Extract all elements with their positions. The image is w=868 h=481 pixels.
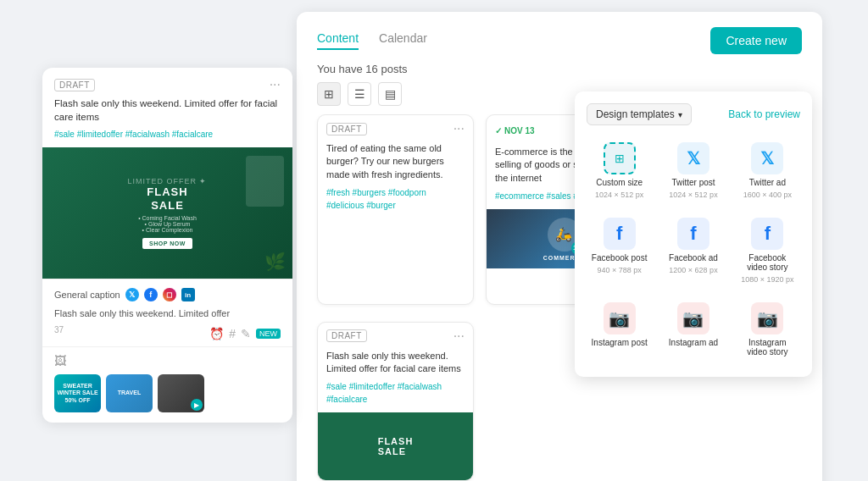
template-name: Instagram ad — [669, 338, 718, 347]
template-name: Instagram post — [592, 338, 648, 347]
template-size: 940 × 788 px — [598, 266, 642, 274]
post-draft-badge: DRAFT — [326, 123, 367, 135]
draft-badge: DRAFT — [54, 79, 95, 91]
more-options-icon[interactable]: ··· — [270, 78, 281, 91]
thumbnail-travel[interactable]: TRAVEL — [106, 374, 153, 412]
leaf-decoration: 🌿 — [264, 252, 286, 272]
post-burger-hashtags: #fresh #burgers #foodporn #delicious #bu… — [318, 186, 473, 218]
template-name: Twitter post — [671, 178, 715, 187]
scheduled-date: NOV 13 — [504, 126, 535, 135]
create-new-button[interactable]: Create new — [710, 27, 802, 54]
image-icon: 🖼 — [54, 354, 66, 368]
facebook-ad-icon: f — [677, 218, 709, 250]
thumbnail-label: TRAVEL — [106, 374, 153, 412]
template-name: Facebook post — [592, 253, 648, 263]
tab-calendar[interactable]: Calendar — [379, 31, 427, 50]
facebook-social-icon: f — [144, 288, 158, 301]
post-card-burger: DRAFT ··· Tired of eating the same old b… — [317, 114, 474, 305]
template-size: 1080 × 1920 px — [741, 275, 793, 284]
template-instagram-post[interactable]: 📷 Instagram post — [587, 297, 652, 365]
template-instagram-ad[interactable]: 📷 Instagram ad — [660, 297, 726, 365]
new-badge: NEW — [256, 329, 281, 339]
post-flash-image-2: FLASHSALE — [318, 412, 473, 480]
twitter-ad-icon: 𝕏 — [751, 142, 783, 174]
caption-panel: DRAFT ··· Flash sale only this weekend. … — [42, 68, 292, 423]
scheduled-badge-checked: ✓ NOV 13 — [495, 126, 535, 135]
template-instagram-video[interactable]: 📷 Instagram video story — [735, 297, 800, 365]
dropdown-label: Design templates — [596, 108, 675, 120]
flash-sale-sub: • Coming Facial Wash• Glow Up Serum• Cle… — [138, 215, 197, 233]
post-more-icon[interactable]: ··· — [453, 122, 465, 135]
panel-header: Content Calendar Create new — [297, 12, 822, 63]
design-templates-select[interactable]: Design templates ▾ — [587, 103, 692, 125]
post-more-2[interactable]: ··· — [453, 329, 465, 343]
templates-grid: ⊞ Custom size 1024 × 512 px 𝕏 Twitter po… — [587, 137, 800, 365]
instagram-ad-icon: 📷 — [677, 302, 709, 334]
column-view-icon[interactable]: ☰ — [348, 82, 371, 106]
thumbnail-sweater[interactable]: SweaterWINTER SALE50% OFF — [54, 374, 101, 412]
template-size: 1200 × 628 px — [669, 266, 717, 274]
template-facebook-video[interactable]: f Facebook video story 1080 × 1920 px — [735, 213, 800, 289]
facebook-video-icon: f — [751, 218, 783, 250]
post-flash-text-2: Flash sale only this weekend. Limited of… — [318, 346, 473, 381]
custom-size-icon: ⊞ — [604, 142, 636, 174]
linkedin-social-icon: in — [181, 288, 195, 301]
caption-input[interactable]: Flash sale only this weekend. Limited of… — [54, 308, 281, 318]
hashtag-icon: # — [229, 327, 236, 340]
template-twitter-ad[interactable]: 𝕏 Twitter ad 1600 × 400 px — [735, 137, 800, 204]
template-facebook-ad[interactable]: f Facebook ad 1200 × 628 px — [660, 213, 726, 289]
instagram-social-icon: ◻ — [163, 288, 176, 301]
thumbnail-action[interactable]: ▶ — [158, 374, 204, 412]
post-flash-hashtags-2: #sale #limitedoffer #facialwash #facialc… — [318, 380, 473, 412]
image-thumbnails: SweaterWINTER SALE50% OFF TRAVEL ▶ — [54, 374, 281, 412]
char-count: 37 — [54, 325, 64, 334]
instagram-video-icon: 📷 — [751, 302, 783, 334]
shop-now-label: SHOP NOW — [142, 238, 192, 249]
back-to-preview-link[interactable]: Back to preview — [728, 108, 800, 120]
chevron-down-icon: ▾ — [678, 110, 682, 119]
grid-view-icon[interactable]: ⊞ — [317, 82, 341, 106]
post-card-draft-flash: DRAFT ··· Flash sale only this weekend. … — [317, 322, 474, 481]
tab-content[interactable]: Content — [317, 31, 359, 50]
template-size: 1600 × 400 px — [743, 191, 792, 199]
facebook-post-icon: f — [604, 218, 636, 250]
clock-icon: ⏰ — [209, 327, 224, 340]
template-custom-size[interactable]: ⊞ Custom size 1024 × 512 px — [587, 137, 652, 204]
template-name: Custom size — [596, 178, 643, 187]
post-image-flash-sale: Limited Offer ✦ FLASHSALE • Coming Facia… — [42, 147, 292, 279]
post-hashtags: #sale #limitedoffer #facialwash #facialc… — [54, 128, 281, 141]
post-count: You have 16 posts — [297, 63, 822, 82]
template-size: 1024 × 512 px — [595, 191, 643, 199]
post-burger-text: Tired of eating the same old burger? Try… — [318, 139, 473, 186]
template-name: Twitter ad — [749, 178, 786, 187]
template-twitter-post[interactable]: 𝕏 Twitter post 1024 × 512 px — [660, 137, 726, 204]
template-name: Facebook ad — [669, 253, 718, 263]
flash-sale-title: FLASHSALE — [147, 185, 187, 212]
edit-icon: ✎ — [241, 327, 251, 340]
tabs: Content Calendar — [317, 31, 427, 50]
flash-label: FLASHSALE — [378, 436, 414, 456]
dropdown-header: Design templates ▾ Back to preview — [587, 103, 800, 125]
template-name: Facebook video story — [738, 253, 797, 272]
thumbnail-label: SweaterWINTER SALE50% OFF — [54, 374, 101, 412]
caption-label: General caption 𝕏 f ◻ in — [54, 288, 281, 301]
draft-badge-2: DRAFT — [326, 329, 367, 342]
design-templates-dropdown: Design templates ▾ Back to preview ⊞ Cus… — [575, 91, 812, 377]
template-name: Instagram video story — [738, 338, 797, 357]
template-facebook-post[interactable]: f Facebook post 940 × 788 px — [587, 213, 652, 289]
twitter-social-icon: 𝕏 — [125, 288, 139, 301]
template-size: 1024 × 512 px — [669, 191, 717, 199]
scooter-icon: 🛵 — [555, 226, 573, 242]
twitter-post-icon: 𝕏 — [677, 142, 709, 174]
list-view-icon[interactable]: ▤ — [378, 82, 402, 106]
instagram-post-icon: 📷 — [604, 302, 636, 334]
post-text: Flash sale only this weekend. Limited of… — [54, 97, 281, 124]
